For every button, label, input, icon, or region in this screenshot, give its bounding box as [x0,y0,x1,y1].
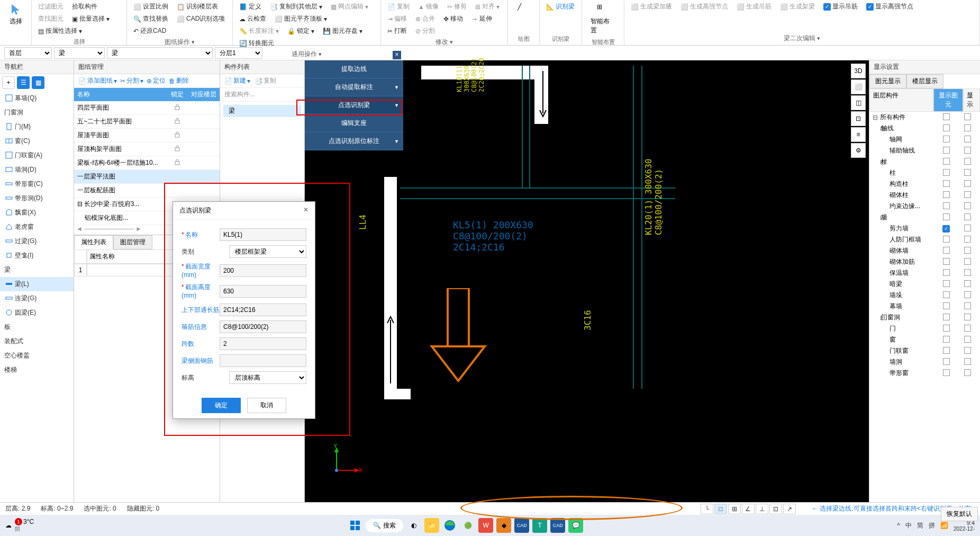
tree-row[interactable]: 保温墙 [869,267,980,279]
task-app1[interactable]: 🟢 [460,518,475,533]
disp-col2[interactable]: 显示图元 [933,88,963,112]
st-7[interactable]: ↗ [783,504,796,514]
rb-pick[interactable]: 拾取构件 [70,1,99,12]
rb-shownode[interactable]: ✓ 显示高强节点 [864,1,915,12]
rb-copyto[interactable]: 📑 复制到其他层 ▾ [268,1,324,12]
rb-break[interactable]: ✂ 打断 [385,25,409,37]
nav-lintel[interactable]: 过梁(G) [0,234,74,248]
rb-netedit[interactable]: ▦ 网点编辑 ▾ [329,1,370,12]
menu-click-inplace[interactable]: 点选识别原位标注▼ [305,132,403,150]
tray-up[interactable]: ^ [897,522,900,529]
rb-haunched[interactable]: ⬜ 生成梁加腋 [629,1,674,12]
nav-curtain[interactable]: 幕墙(Q) [0,91,74,105]
tree-row[interactable]: 砌体加筋 [869,256,980,267]
rb-replace[interactable]: 🔍 查找替换 [131,13,170,24]
tree-row[interactable]: 窗 [869,334,980,345]
tree-row[interactable]: 柱 [869,167,980,178]
nav-wallhole[interactable]: 墙洞(D) [0,163,74,177]
rb-restore[interactable]: ↶ 还原CAD [131,25,168,37]
rb-draw[interactable]: ╱ [512,1,535,18]
nav-baywin[interactable]: 飘窗(X) [0,206,74,220]
nav-tool-1[interactable]: + [2,76,15,89]
task-wps[interactable]: W [478,518,493,533]
tree-row[interactable]: ⊟柱 [869,156,980,167]
btn-ok[interactable]: 确定 [202,398,241,413]
rb-batch[interactable]: ▣ 批量选择 ▾ [70,13,112,24]
nav-dormer[interactable]: 老虎窗 [0,220,74,234]
rb-node[interactable]: ⬜ 生成高强节点 [678,1,730,12]
dwg-split[interactable]: ✂ 分割 ▾ [120,76,143,85]
menu-click-identify[interactable]: 点选识别梁▼ [305,96,403,114]
nav-cat-slab[interactable]: 板 [0,320,74,334]
tree-row[interactable]: 暗梁 [869,279,980,290]
nav-door[interactable]: 门(M) [0,120,74,134]
rb-dim[interactable]: 📏 长度标注 ▾ [237,25,281,37]
dwg-row[interactable]: 屋顶平面图 [74,129,220,142]
st-4[interactable]: ∠ [742,504,755,514]
view-fit[interactable]: ⊡ [851,111,866,126]
tree-row[interactable]: 辅助轴线 [869,145,980,156]
inp-bar1[interactable] [220,303,306,316]
comp-new[interactable]: 📄 新建 ▾ [224,76,250,85]
dwg-add[interactable]: 📄 添加图纸 ▾ [78,76,117,85]
tree-row[interactable]: 轴网 [869,134,980,145]
rb-lock[interactable]: 🔒 锁定 ▾ [285,25,316,37]
rb-trim[interactable]: ✂ 修剪 [445,1,469,12]
disp-tab-floor[interactable]: 楼层显示 [906,74,943,88]
tree-row[interactable]: 砌体墙 [869,245,980,256]
tree-row[interactable]: 约束边缘... [869,201,980,212]
nav-cat-opening[interactable]: 门窗洞 [0,105,74,120]
btn-cancel[interactable]: 取消 [247,398,286,413]
task-edge[interactable] [442,518,457,533]
comp-copy[interactable]: 📑 复制 [255,76,276,85]
layer-tab[interactable]: 图层管理 [113,235,152,249]
rb-copy[interactable]: 📄 复制 [385,1,412,12]
menu-edit-support[interactable]: 编辑支座 [305,114,403,132]
tray-ime2[interactable]: 简 [917,521,923,530]
tree-row[interactable]: ⊟门窗洞 [869,312,980,323]
dwg-row-selected[interactable]: 一层梁平法图 [74,170,220,184]
rb-hanger2[interactable]: ⬜ 生成吊筋 [734,1,774,12]
nav-coupling[interactable]: 连梁(G) [0,291,74,306]
dwg-locate[interactable]: ⊕ 定位 [147,76,166,85]
rb-smart[interactable]: ⊞ 智能布置 [586,1,620,37]
weather-widget[interactable]: ☁ 13°C 阴 [5,518,34,533]
attr-tab[interactable]: 属性列表 [74,235,113,249]
nav-cat-stair[interactable]: 楼梯 [0,363,74,377]
nav-tool-list[interactable]: ☰ [17,76,30,89]
inp-span[interactable] [220,337,306,350]
tree-row[interactable]: 门联窗 [869,345,980,356]
rb-save[interactable]: 💾 图元存盘 ▾ [321,25,365,37]
tree-row[interactable]: 构造柱 [869,178,980,190]
nav-cat-hollow[interactable]: 空心楼盖 [0,349,74,363]
dialog-close[interactable]: ✕ [303,206,308,215]
rb-cadopt[interactable]: ⬜ CAD识别选项 [175,13,227,24]
nav-cat-beam[interactable]: 梁 [0,263,74,277]
comp-search[interactable]: 搜索构件... [220,88,304,102]
task-app3[interactable]: T [532,518,547,533]
st-1[interactable]: └ [701,504,713,514]
dwg-row[interactable]: 屋顶构架平面图 [74,142,220,156]
nav-window[interactable]: 窗(C) [0,134,74,148]
nav-tool-grid[interactable]: ▦ [32,76,44,89]
tray-net[interactable]: 📶 [940,522,948,529]
menu-extract-edge[interactable]: 提取边线 [305,60,403,78]
view-top[interactable]: ⬜ [851,79,866,94]
rb-showhanger[interactable]: ✓ 显示吊筋 [821,1,860,12]
floor-select[interactable]: 首层 [4,47,52,59]
sel-cat[interactable]: 楼层框架梁 [229,245,306,258]
comp-item-beam[interactable]: 梁 [223,105,301,117]
sel-elev[interactable]: 层顶标高 [229,371,306,384]
tree-row[interactable]: 人防门框墙 [869,234,980,245]
rb-align[interactable]: ⬜ 图元平齐顶板 ▾ [273,13,329,24]
inp-h[interactable] [220,285,306,298]
st-2[interactable]: □ [714,504,727,514]
nav-roundbeam[interactable]: 圆梁(E) [0,306,74,320]
dwg-row[interactable]: 五~二十七层平面图 [74,115,220,129]
tree-row[interactable]: 墙洞 [869,356,980,368]
rb-scale[interactable]: ⬜ 设置比例 [131,1,170,12]
tree-row[interactable]: 砌体柱 [869,190,980,201]
task-cad2[interactable]: CAD [550,518,565,533]
task-explorer[interactable]: 📁 [424,518,439,533]
task-cad1[interactable]: CAD [514,518,529,533]
